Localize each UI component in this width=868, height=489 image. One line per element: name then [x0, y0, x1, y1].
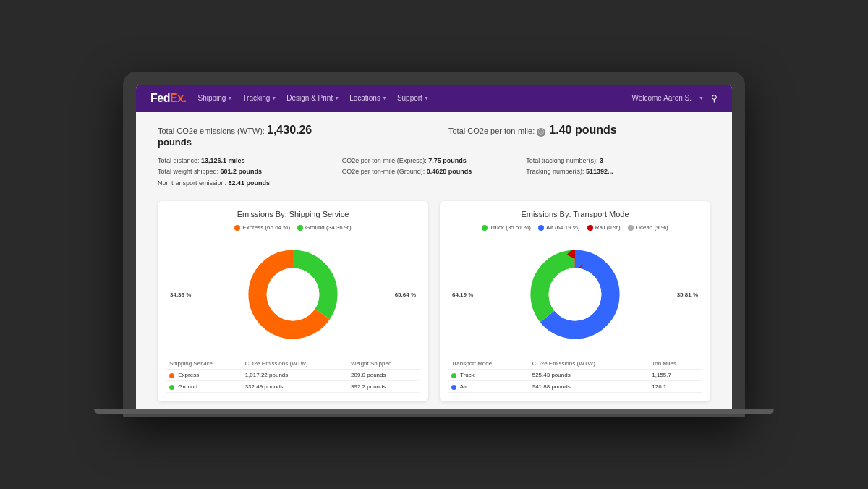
table-row: Express 1,017.22 pounds 209.0 pounds — [166, 370, 420, 381]
chart1-col-weight: Weight Shipped — [348, 358, 420, 370]
total-weight: Total weight shipped: 601.2 pounds — [158, 167, 342, 177]
ground-dot — [297, 225, 303, 231]
express-dot — [234, 225, 240, 231]
table-row: Air 941.88 pounds 126.1 — [448, 381, 702, 393]
chevron-down-icon: ▼ — [227, 95, 232, 101]
info-icon[interactable]: ⓘ — [537, 128, 545, 137]
total-tracking-numbers: Total tracking number(s): 3 — [526, 156, 710, 166]
nav-design-print[interactable]: Design & Print ▼ — [286, 94, 339, 102]
chart-transport-mode: Emissions By: Transport Mode Truck (35.5… — [440, 201, 710, 401]
user-dropdown-icon[interactable]: ▼ — [699, 95, 704, 101]
navigation: FedEx. Shipping ▼ Tracking ▼ Design & Pr… — [136, 85, 732, 112]
nav-shipping[interactable]: Shipping ▼ — [197, 94, 232, 102]
laptop-frame: FedEx. Shipping ▼ Tracking ▼ Design & Pr… — [123, 72, 745, 418]
nav-links: Shipping ▼ Tracking ▼ Design & Print ▼ L… — [197, 94, 620, 102]
express-row-dot — [169, 373, 174, 378]
chart2-col-miles: Ton Miles — [649, 358, 702, 370]
detail-col-2: CO2e per ton-mile (Express): 7.75 pounds… — [342, 156, 527, 190]
co2e-express: CO2e per ton-mile (Express): 7.75 pounds — [342, 156, 527, 166]
chart-shipping-service: Emissions By: Shipping Service Express (… — [158, 201, 428, 401]
logo-ex: Ex — [170, 92, 184, 104]
nav-tracking[interactable]: Tracking ▼ — [242, 94, 276, 102]
truck-row-dot — [451, 373, 456, 378]
legend-express: Express (65.64 %) — [234, 224, 290, 231]
logo-dot: . — [184, 92, 187, 104]
chart1-table: Shipping Service CO2e Emissions (WTW) We… — [166, 358, 420, 393]
table-row: Truck 525.43 pounds 1,155.7 — [448, 370, 702, 381]
user-welcome: Welcome Aaron S. — [631, 94, 692, 102]
nav-right: Welcome Aaron S. ▼ ⚲ — [631, 93, 718, 103]
chevron-down-icon: ▼ — [271, 95, 276, 101]
chart2-legend: Truck (35.51 %) Air (64.19 %) Rail (0 %) — [448, 224, 702, 231]
chart2-col-mode: Transport Mode — [448, 358, 529, 370]
nav-support[interactable]: Support ▼ — [397, 94, 429, 102]
summary-stats: Total CO2e emissions (WTW): 1,430.26 pou… — [158, 124, 710, 148]
chart1-donut-area: 34.36 % 65.64 % — [166, 237, 420, 352]
main-content: Total CO2e emissions (WTW): 1,430.26 pou… — [136, 112, 732, 409]
fedex-logo: FedEx. — [150, 92, 186, 105]
table-row: Ground 332.49 pounds 392.2 pounds — [166, 381, 420, 393]
screen: FedEx. Shipping ▼ Tracking ▼ Design & Pr… — [136, 85, 732, 409]
co2e-ground: CO2e per ton-mile (Ground): 0.4628 pound… — [342, 167, 527, 177]
non-transport-emission: Non transport emission: 82.41 pounds — [158, 179, 342, 188]
chart2-col-emissions: CO2e Emissions (WTW) — [529, 358, 650, 370]
legend-ocean: Ocean (9 %) — [628, 224, 668, 231]
svg-point-6 — [549, 268, 602, 321]
chevron-down-icon: ▼ — [334, 95, 339, 101]
chevron-down-icon: ▼ — [382, 95, 387, 101]
detail-col-1: Total distance: 13,126.1 miles Total wei… — [158, 156, 342, 190]
chart2-title: Emissions By: Transport Mode — [448, 210, 702, 218]
chart1-donut-svg — [242, 244, 344, 345]
rail-dot — [587, 225, 593, 231]
legend-rail: Rail (0 %) — [587, 224, 621, 231]
chart1-col-emissions: CO2e Emissions (WTW) — [242, 358, 348, 370]
air-row-dot — [451, 385, 456, 390]
detail-col-3: Total tracking number(s): 3 Tracking num… — [526, 156, 710, 190]
chevron-down-icon: ▼ — [424, 95, 429, 101]
chart2-donut-area: 64.19 % 35.81 % — [448, 237, 702, 352]
ocean-dot — [628, 225, 634, 231]
chart2-table: Transport Mode CO2e Emissions (WTW) Ton … — [448, 358, 702, 393]
total-co2e-block: Total CO2e emissions (WTW): 1,430.26 pou… — [158, 124, 420, 148]
total-co2e-label: Total CO2e emissions (WTW): 1,430.26 — [158, 124, 420, 137]
legend-truck: Truck (35.51 %) — [482, 224, 531, 231]
chart1-label-right: 65.64 % — [395, 292, 416, 298]
legend-ground: Ground (34.36 %) — [297, 224, 352, 231]
air-dot — [538, 225, 544, 231]
search-icon[interactable]: ⚲ — [711, 93, 718, 103]
laptop-bottom — [123, 409, 745, 417]
tracking-numbers: Tracking number(s): 511392... — [526, 167, 710, 177]
chart1-label-left: 34.36 % — [170, 292, 191, 298]
logo-fed: Fed — [150, 92, 170, 104]
chart2-label-right: 35.81 % — [677, 292, 698, 298]
total-co2e-unit: pounds — [158, 137, 420, 148]
chart2-label-left: 64.19 % — [452, 292, 473, 298]
chart2-donut-svg — [524, 244, 626, 345]
total-per-ton-value: 1.40 pounds — [549, 124, 616, 136]
detail-stats: Total distance: 13,126.1 miles Total wei… — [158, 156, 710, 190]
nav-locations[interactable]: Locations ▼ — [349, 94, 387, 102]
total-distance: Total distance: 13,126.1 miles — [158, 156, 342, 166]
total-per-ton-label: Total CO2e per ton-mile: ⓘ 1.40 pounds — [448, 124, 710, 137]
total-per-ton-block: Total CO2e per ton-mile: ⓘ 1.40 pounds — [448, 124, 710, 137]
chart1-title: Emissions By: Shipping Service — [166, 210, 420, 218]
svg-point-2 — [267, 268, 320, 321]
laptop-base — [94, 409, 774, 414]
chart1-legend: Express (65.64 %) Ground (34.36 %) — [166, 224, 420, 231]
total-co2e-value: 1,430.26 — [267, 124, 312, 136]
charts-area: Emissions By: Shipping Service Express (… — [158, 201, 710, 401]
ground-row-dot — [169, 385, 174, 390]
truck-dot — [482, 225, 488, 231]
chart1-col-service: Shipping Service — [166, 358, 242, 370]
legend-air: Air (64.19 %) — [538, 224, 580, 231]
